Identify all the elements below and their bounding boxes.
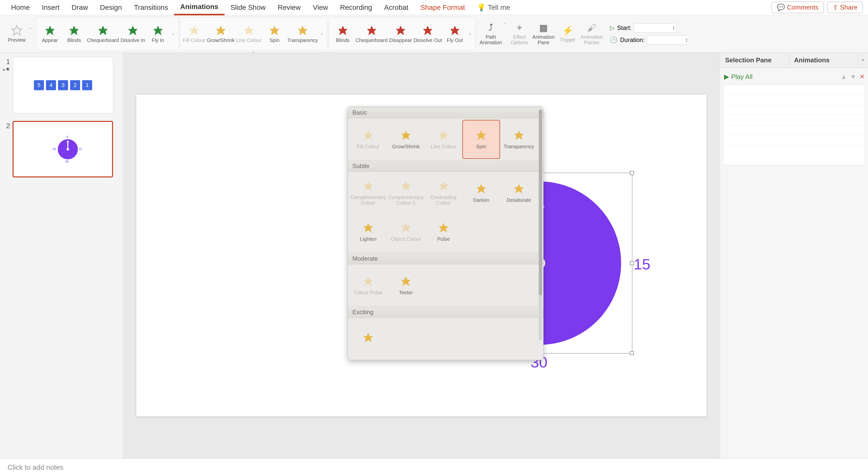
move-up-icon[interactable]: ▲: [841, 73, 847, 81]
slide-thumb-1[interactable]: 1 ⁎★ 54321: [2, 57, 120, 113]
chevron-updown-icon[interactable]: ▴▾: [686, 37, 687, 42]
gallery-item-fill-colour: Fill Colour: [349, 120, 387, 159]
thumbnail-selected[interactable]: 0 15 30 45: [12, 121, 113, 177]
resize-handle[interactable]: [630, 171, 634, 175]
chevron-updown-icon[interactable]: ▴▾: [673, 25, 674, 30]
tab-insert[interactable]: Insert: [36, 0, 66, 14]
gallery-item-darken[interactable]: Darken: [462, 173, 500, 212]
svg-marker-15: [450, 26, 460, 35]
list-row[interactable]: [723, 95, 865, 105]
gallery-item-transparency[interactable]: Transparency: [500, 120, 538, 159]
gallery-item-spin[interactable]: Spin: [462, 120, 500, 159]
list-row[interactable]: [723, 135, 865, 145]
mini-label: 30: [65, 160, 68, 163]
start-field[interactable]: ▴▾: [634, 23, 677, 32]
tab-slideshow[interactable]: Slide Show: [224, 0, 272, 14]
share-label: Share: [840, 3, 858, 11]
list-row[interactable]: [723, 85, 865, 95]
effect-disappear[interactable]: Disappear: [389, 24, 412, 43]
resize-handle[interactable]: [630, 261, 634, 265]
effect-spin[interactable]: Spin: [263, 24, 286, 43]
effect-fly-out[interactable]: Fly Out: [443, 24, 466, 43]
effect-label: Fly In: [152, 37, 164, 43]
tab-recording[interactable]: Recording: [334, 0, 378, 14]
tab-animations[interactable]: Animations: [174, 0, 224, 15]
gallery-item-unnamed[interactable]: [349, 320, 387, 358]
emphasis-gallery-popup[interactable]: BasicFill ColourGrow/ShrinkLine ColourSp…: [348, 107, 544, 360]
star-icon: [475, 183, 487, 196]
share-button[interactable]: ⇪ Share: [827, 1, 863, 13]
gallery-grid: Colour PulseTeeter: [348, 264, 543, 306]
slide-thumb-2[interactable]: 2 0 15 30 45: [2, 121, 120, 177]
chevron-right-icon[interactable]: ›: [468, 18, 473, 49]
slide-panel[interactable]: 1 ⁎★ 54321 2 0 15 30 45: [0, 53, 123, 458]
resize-handle[interactable]: [630, 351, 634, 355]
tab-shape-format[interactable]: Shape Format: [414, 0, 471, 14]
effect-dissolve-in[interactable]: Dissolve In: [121, 24, 145, 43]
preview-label: Preview: [8, 37, 26, 43]
slide-number: 2: [2, 121, 10, 177]
animation-list[interactable]: [723, 85, 865, 165]
tab-review[interactable]: Review: [272, 0, 307, 14]
effect-chequerboard[interactable]: Chequerboard: [87, 24, 119, 43]
tab-acrobat[interactable]: Acrobat: [378, 0, 414, 14]
tell-me[interactable]: 💡 Tell me: [471, 0, 516, 14]
gallery-item-teeter[interactable]: Teeter: [387, 266, 425, 305]
gallery-item-lighten[interactable]: Lighten: [349, 212, 387, 251]
gallery-section-subtle: Subtle: [348, 160, 543, 172]
close-icon[interactable]: ✕: [858, 53, 868, 68]
chevron-down-icon[interactable]: ⌄: [503, 21, 506, 25]
gallery-item-label: Complementary Colour: [349, 195, 387, 206]
gallery-item-pulse[interactable]: Pulse: [425, 212, 462, 251]
effect-grow-shrink[interactable]: Grow/Shrink: [207, 24, 235, 43]
comments-button[interactable]: 💬 Comments: [771, 1, 824, 13]
tab-transitions[interactable]: Transitions: [128, 0, 174, 14]
gallery-item-desaturate[interactable]: Desaturate: [500, 173, 538, 212]
tab-draw[interactable]: Draw: [66, 0, 94, 14]
list-row[interactable]: [723, 115, 865, 125]
effect-fly-in[interactable]: Fly In: [147, 24, 169, 43]
trigger-button: ⚡Trigger: [556, 25, 579, 42]
effect-label: Blinds: [67, 37, 81, 43]
tab-home[interactable]: Home: [5, 0, 36, 14]
star-icon: [363, 222, 374, 235]
animation-painter-button: 🖌AnimationPainter: [581, 23, 603, 45]
svg-marker-22: [401, 181, 411, 191]
move-down-icon[interactable]: ▼: [850, 73, 857, 81]
star-icon: [44, 24, 56, 36]
svg-marker-30: [401, 276, 411, 286]
delete-icon[interactable]: ✕: [860, 73, 865, 81]
play-all-label: Play All: [731, 73, 752, 81]
notes-bar[interactable]: Click to add notes: [0, 458, 868, 476]
path-animation-button[interactable]: ⤴PathAnimation: [479, 23, 502, 45]
tab-view[interactable]: View: [307, 0, 334, 14]
chevron-down-icon[interactable]: ⌄: [29, 25, 32, 30]
effect-chequerboard[interactable]: Chequerboard: [355, 24, 388, 43]
star-icon: [297, 24, 309, 36]
chevron-right-icon[interactable]: ›: [319, 18, 324, 49]
gallery-item-grow-shrink[interactable]: Grow/Shrink: [387, 120, 425, 159]
effect-dissolve-out[interactable]: Dissolve Out: [414, 24, 442, 43]
effect-fill-colour[interactable]: Fill Colour: [183, 24, 206, 43]
list-row[interactable]: [723, 145, 865, 155]
list-row[interactable]: [723, 105, 865, 115]
tab-design[interactable]: Design: [94, 0, 128, 14]
animation-pane-button[interactable]: ▦AnimationPane: [532, 23, 555, 45]
effect-transparency[interactable]: Transparency: [287, 24, 318, 43]
gallery-item-label: Complementary Colour 2: [387, 195, 425, 206]
effect-blinds[interactable]: Blinds: [63, 24, 85, 43]
thumbnail[interactable]: 54321: [13, 57, 113, 113]
chevron-right-icon[interactable]: ›: [171, 18, 176, 49]
animations-pane-tab[interactable]: Animations: [789, 53, 858, 68]
list-row[interactable]: [723, 125, 865, 135]
gallery-item-label: Contrasting Colour: [425, 195, 462, 206]
preview-button[interactable]: Preview: [5, 25, 28, 43]
effect-appear[interactable]: Appear: [39, 24, 61, 43]
duration-field[interactable]: ▴▾: [647, 35, 690, 44]
play-all-button[interactable]: ▶ Play All: [723, 71, 753, 83]
effect-line-colour[interactable]: Line Colour: [236, 24, 262, 43]
selection-pane-tab[interactable]: Selection Pane: [720, 53, 789, 68]
scrollbar-thumb[interactable]: [539, 109, 542, 295]
effect-blinds[interactable]: Blinds: [332, 24, 354, 43]
svg-marker-2: [69, 26, 79, 35]
